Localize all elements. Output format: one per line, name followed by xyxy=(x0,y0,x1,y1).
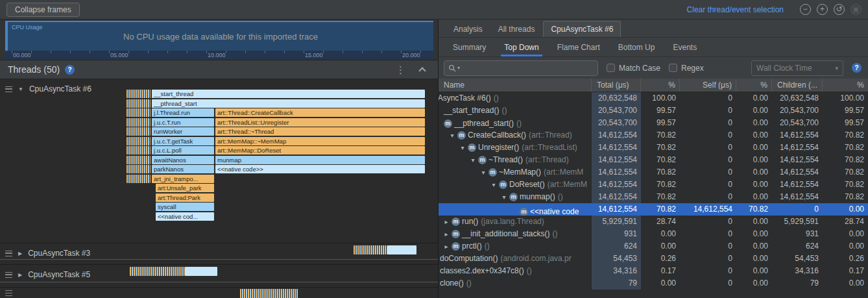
flame-activity-strip[interactable] xyxy=(127,165,151,173)
flame-bar[interactable]: <<native cod... xyxy=(156,212,214,221)
table-row[interactable]: doComputation()(android.com.java.pr54,45… xyxy=(439,253,868,265)
flame-bar[interactable]: __pthread_start xyxy=(152,99,425,108)
table-row[interactable]: ▾mCreateCallback()(art::Thread)14,612,55… xyxy=(439,129,868,142)
thread-row-partial[interactable] xyxy=(0,288,438,298)
flame-bar[interactable]: parkNanos xyxy=(152,165,214,173)
flame-activity-strip[interactable] xyxy=(127,118,151,127)
column-header-name[interactable]: Name xyxy=(439,79,592,92)
column-header-children[interactable]: Children (... xyxy=(772,79,823,92)
flame-bar[interactable]: art::Thread::~Thread xyxy=(215,127,425,136)
flame-bar[interactable]: art::ThreadList::Unregister xyxy=(215,118,425,127)
expand-triangle-icon[interactable]: ▶ xyxy=(18,251,22,256)
flame-bar[interactable]: j.l.Thread.run xyxy=(152,108,214,117)
grip-icon[interactable] xyxy=(5,251,12,256)
flame-activity-strip[interactable] xyxy=(130,267,185,276)
regex-checkbox[interactable] xyxy=(669,64,677,72)
flame-activity-strip[interactable] xyxy=(127,127,151,136)
flame-activity-strip[interactable] xyxy=(127,175,151,183)
flame-bar[interactable]: j.u.c.L.poll xyxy=(152,146,214,155)
thread-row-cpuasynctask-6[interactable]: ▼ CpuAsyncTask #6 __start_thread__pthrea… xyxy=(0,79,438,243)
subtab-events[interactable]: Events xyxy=(664,38,706,56)
collapse-frames-button[interactable]: Collapse frames xyxy=(6,3,80,17)
match-case-option[interactable]: Match Case xyxy=(607,64,660,73)
flame-bar[interactable]: art::MemMap::DoReset xyxy=(215,146,425,155)
thread-row-cpuasynctask-3[interactable]: ▶ CpuAsyncTask #3 xyxy=(0,243,438,265)
table-row[interactable]: ▾m~Thread()(art::Thread)14,612,55470.820… xyxy=(439,154,868,166)
search-box[interactable]: ▾ xyxy=(444,60,598,76)
table-row[interactable]: __start_thread()()20,543,70099.5700.0020… xyxy=(439,105,868,117)
zoom-in-icon[interactable]: + xyxy=(817,4,828,15)
grip-icon[interactable] xyxy=(5,272,12,278)
flame-bar[interactable]: art::MemMap::~MemMap xyxy=(215,137,425,145)
tab-cpuasynctask-6[interactable]: CpuAsyncTask #6 xyxy=(543,21,621,37)
table-row[interactable]: ▸mrun()(java.lang.Thread)5,929,59128.740… xyxy=(439,216,868,228)
expand-chevron-icon[interactable]: ▾ xyxy=(447,129,457,142)
expand-chevron-icon[interactable]: ▾ xyxy=(499,191,509,203)
column-header-self-s[interactable]: Self (μs) xyxy=(680,79,736,92)
table-row[interactable]: m<<native code14,612,55470.8214,612,5547… xyxy=(439,203,868,216)
table-row[interactable]: clone()()790.0000.00790.00 xyxy=(439,277,868,290)
expand-chevron-icon[interactable]: ▾ xyxy=(457,142,468,154)
flame-activity-strip[interactable] xyxy=(127,146,151,155)
zoom-out-icon[interactable]: − xyxy=(800,4,811,15)
match-case-checkbox[interactable] xyxy=(607,64,615,72)
column-header-total-s[interactable]: Total (μs) xyxy=(592,79,641,92)
flame-activity-strip[interactable] xyxy=(127,99,151,108)
table-row[interactable]: ▾m~MemMap()(art::MemM14,612,55470.8200.0… xyxy=(439,166,868,179)
tab-analysis[interactable]: Analysis xyxy=(446,21,490,37)
flame-bar[interactable]: syscall xyxy=(156,203,214,211)
help-icon[interactable]: ? xyxy=(852,63,862,73)
regex-option[interactable]: Regex xyxy=(669,64,704,73)
frame-selection-icon[interactable]: ▣ xyxy=(850,4,862,15)
flame-activity-strip[interactable] xyxy=(127,90,151,98)
flame-activity-strip[interactable] xyxy=(127,156,151,164)
subtab-flame-chart[interactable]: Flame Chart xyxy=(548,38,609,56)
threads-help-icon[interactable]: ? xyxy=(65,65,75,75)
table-row[interactable]: ▾mUnregister()(art::ThreadList)14,612,55… xyxy=(439,142,868,154)
subtab-top-down[interactable]: Top Down xyxy=(495,38,548,56)
column-header-[interactable]: % xyxy=(641,79,680,92)
table-row[interactable]: m__pthread_start()()20,543,70099.5700.00… xyxy=(439,117,868,129)
flame-bar[interactable]: j.u.c.T.run xyxy=(152,118,214,127)
flame-bar[interactable]: j.u.c.T.getTask xyxy=(152,137,214,145)
collapse-panel-chevron-icon[interactable] xyxy=(418,67,426,74)
table-row[interactable]: ▸mprctl()()6240.0000.006240.00 xyxy=(439,240,868,253)
expand-chevron-icon[interactable]: ▾ xyxy=(488,179,499,191)
expand-chevron-icon[interactable]: ▾ xyxy=(478,166,488,179)
table-row[interactable]: classes2.dex+0x347c8()()34,3160.1700.003… xyxy=(439,265,868,277)
grip-icon[interactable] xyxy=(5,86,12,92)
table-row[interactable]: ▸m__init_additional_stacks()()9310.0000.… xyxy=(439,228,868,240)
clear-selection-link[interactable]: Clear thread/event selection xyxy=(687,5,784,14)
subtab-bottom-up[interactable]: Bottom Up xyxy=(609,38,664,56)
column-header-[interactable]: % xyxy=(736,79,772,92)
table-row[interactable]: uAsyncTask #6()()20,632,548100.0000.0020… xyxy=(439,92,868,105)
flame-bar[interactable]: art:Unsafe_park xyxy=(156,184,214,192)
expand-chevron-icon[interactable]: ▸ xyxy=(441,216,452,228)
table-row[interactable]: ▾mDoReset()(art::MemM14,612,55470.8200.0… xyxy=(439,179,868,191)
expand-chevron-icon[interactable]: ▸ xyxy=(441,240,452,253)
reset-zoom-icon[interactable]: ↺ xyxy=(834,4,845,15)
flame-bar[interactable]: runWorker xyxy=(152,127,214,136)
flame-activity-strip[interactable] xyxy=(387,245,416,255)
flame-activity-strip[interactable] xyxy=(127,137,151,145)
flame-bar[interactable]: art::Thread::CreateCallback xyxy=(215,108,425,117)
expand-triangle-icon[interactable]: ▶ xyxy=(18,272,22,278)
flame-activity-strip[interactable] xyxy=(185,267,217,276)
table-row[interactable]: ▾mmunmap()()14,612,55470.8200.0014,612,5… xyxy=(439,191,868,203)
search-options-caret-icon[interactable]: ▾ xyxy=(457,65,460,71)
grip-icon[interactable] xyxy=(5,290,12,296)
flame-bar[interactable]: <<native code>> xyxy=(215,165,425,173)
flame-bar[interactable]: awaitNanos xyxy=(152,156,214,164)
kebab-menu-icon[interactable]: ⋮ xyxy=(389,65,412,75)
thread-row-cpuasynctask-5[interactable]: ▶ CpuAsyncTask #5 xyxy=(0,265,438,288)
flame-activity-strip[interactable] xyxy=(354,245,387,255)
subtab-summary[interactable]: Summary xyxy=(444,38,495,56)
flame-bar[interactable]: munmap xyxy=(215,156,425,164)
clock-type-dropdown[interactable]: Wall Clock Time ▾ xyxy=(751,60,843,76)
flame-activity-strip[interactable] xyxy=(240,289,298,298)
expand-chevron-icon[interactable]: ▾ xyxy=(468,154,478,166)
expand-triangle-icon[interactable]: ▼ xyxy=(18,86,23,92)
flame-bar[interactable]: art_jni_trampo... xyxy=(152,175,214,183)
column-header-[interactable]: % xyxy=(823,79,868,92)
expand-chevron-icon[interactable]: ▸ xyxy=(441,228,452,240)
